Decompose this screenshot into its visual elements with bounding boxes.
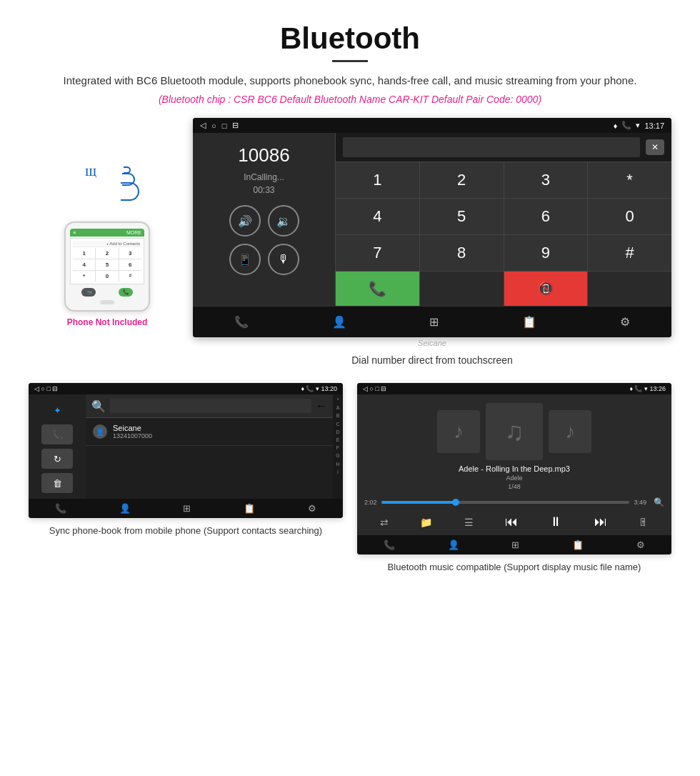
wave-3 [121,182,139,201]
phone-top-bar: ≡ MORE [70,229,144,237]
nav-settings-btn[interactable]: ⚙ [613,312,637,332]
key-3[interactable]: 3 [504,162,588,198]
dial-input-field[interactable] [343,137,640,157]
music-note-icon-main: ♫ [505,417,524,447]
phone-call-btn[interactable]: 📞 [119,288,133,297]
key-7[interactable]: 7 [336,235,419,271]
pb-delete-btn[interactable]: 🗑 [41,473,73,493]
phone-more-label: MORE [126,230,141,235]
volume-up-btn[interactable]: 🔊 [229,205,261,237]
phone-key-hash[interactable]: # [119,271,141,282]
pb-bottom-nav: 📞 👤 ⊞ 📋 ⚙ [29,499,343,518]
car-screen-wrapper: ◁ ○ □ ⊟ ♦ 📞 ▾ 13:17 [193,118,671,366]
prev-btn[interactable]: ⏮ [505,514,518,529]
pb-bt-btn[interactable]: ✦ [41,400,73,420]
music-note-icon-prev: ♪ [454,420,464,443]
title-section: Bluetooth Integrated with BC6 Bluetooth … [29,21,671,105]
music-nav-settings[interactable]: ⚙ [636,539,645,550]
key-6[interactable]: 6 [504,199,588,234]
pb-nav-phone[interactable]: 📞 [55,503,66,514]
phonebook-caption: Sync phone-book from mobile phone (Suppo… [29,524,343,538]
music-progress-fill [381,501,456,504]
key-star[interactable]: * [588,162,671,198]
pb-nav-settings[interactable]: ⚙ [308,503,316,514]
phone-home-btn[interactable] [100,300,114,304]
key-hash[interactable]: # [588,235,671,271]
pb-back-icon[interactable]: ← [316,399,327,412]
next-btn[interactable]: ⏭ [594,514,607,529]
shuffle-btn[interactable]: ⇄ [380,517,389,528]
phone-key-6[interactable]: 6 [119,259,141,270]
phone-key-0[interactable]: 0 [96,271,118,282]
key-empty-2 [588,272,671,306]
music-nav-transfer[interactable]: 📋 [572,539,584,550]
music-nav-phone[interactable]: 📞 [384,539,395,550]
nav-menu-icon[interactable]: ⊟ [232,121,239,130]
phone-dial-grid: 1 2 3 4 5 6 * 0 # [73,248,141,282]
location-icon: ♦ [614,121,618,130]
backspace-btn[interactable]: ✕ [646,139,664,155]
music-total-time: 3:49 [634,499,646,506]
music-progress-dot[interactable] [452,499,459,506]
number-display: 10086 [238,144,289,166]
phone-key-5[interactable]: 5 [96,259,118,270]
key-0[interactable]: 0 [588,199,671,234]
album-art-next: ♪ [549,410,591,453]
pb-contact-name: Seicane [113,424,152,432]
pb-status-right: ♦ 📞 ▾ 13:20 [301,385,337,392]
music-progress-bar[interactable] [381,501,630,504]
dialer-main: 10086 InCalling... 00:33 🔊 🔉 [193,133,671,306]
dialer-keypad: ✕ 1 2 3 * 4 5 6 0 7 [336,133,671,306]
nav-back-icon[interactable]: ◁ [200,121,206,130]
transfer-btn[interactable]: 📱 [229,244,261,275]
equalizer-btn[interactable]: 🎚 [639,517,649,528]
nav-recents-icon[interactable]: □ [222,121,227,130]
pb-search-input[interactable] [110,399,311,413]
volume-up-icon: 🔊 [238,214,252,228]
pb-alpha-h: H [333,460,343,468]
music-search-icon[interactable]: 🔍 [654,497,664,507]
call-end-btn[interactable]: 📵 [504,272,588,306]
volume-down-btn[interactable]: 🔉 [268,205,299,237]
pb-contact-row[interactable]: 👤 Seicane 13241007000 [86,418,333,446]
nav-person-btn[interactable]: 👤 [325,312,354,332]
phone-mockup: ≡ MORE + Add to Contacts 1 2 3 4 5 6 * 0… [64,222,150,312]
pb-status-left: ◁ ○ □ ⊟ [34,385,58,392]
phone-key-2[interactable]: 2 [96,248,118,259]
phone-key-star[interactable]: * [73,271,95,282]
key-8[interactable]: 8 [420,235,504,271]
pb-nav-grid[interactable]: ⊞ [183,503,191,514]
nav-grid-btn[interactable]: ⊞ [422,312,446,332]
nav-home-icon[interactable]: ○ [211,121,216,130]
nav-transfer-btn[interactable]: 📋 [515,312,544,332]
key-5[interactable]: 5 [420,199,504,234]
call-controls: 🔊 🔉 [229,205,299,237]
pb-body: ✦ 📞 ↻ 🗑 🔍 ← [29,394,343,499]
pb-avatar: 👤 [93,424,107,439]
call-accept-btn[interactable]: 📞 [336,272,419,306]
pb-search-bar: 🔍 ← [86,394,333,418]
pb-nav-transfer[interactable]: 📋 [244,503,255,514]
phone-key-1[interactable]: 1 [73,248,95,259]
phone-key-4[interactable]: 4 [73,259,95,270]
pb-alpha-index: * A B C D E F G H I [333,394,343,499]
pb-sync-btn[interactable]: ↻ [41,449,73,469]
pb-alpha-star: * [333,396,343,404]
mic-btn[interactable]: 🎙 [268,244,299,275]
key-9[interactable]: 9 [504,235,588,271]
playlist-btn[interactable]: ☰ [464,517,474,528]
key-2[interactable]: 2 [420,162,504,198]
title-underline [332,60,368,62]
status-right: ♦ 📞 ▾ 13:17 [614,121,664,130]
phone-key-3[interactable]: 3 [119,248,141,259]
pb-nav-person[interactable]: 👤 [119,503,131,514]
music-nav-grid[interactable]: ⊞ [511,539,519,550]
nav-phone-btn[interactable]: 📞 [227,312,256,332]
music-nav-person[interactable]: 👤 [448,539,459,550]
key-4[interactable]: 4 [336,199,419,234]
key-1[interactable]: 1 [336,162,419,198]
signal-waves [122,166,139,203]
play-pause-btn[interactable]: ⏸ [549,514,562,529]
pb-phone-btn[interactable]: 📞 [41,424,73,444]
folder-btn[interactable]: 📁 [420,517,432,528]
